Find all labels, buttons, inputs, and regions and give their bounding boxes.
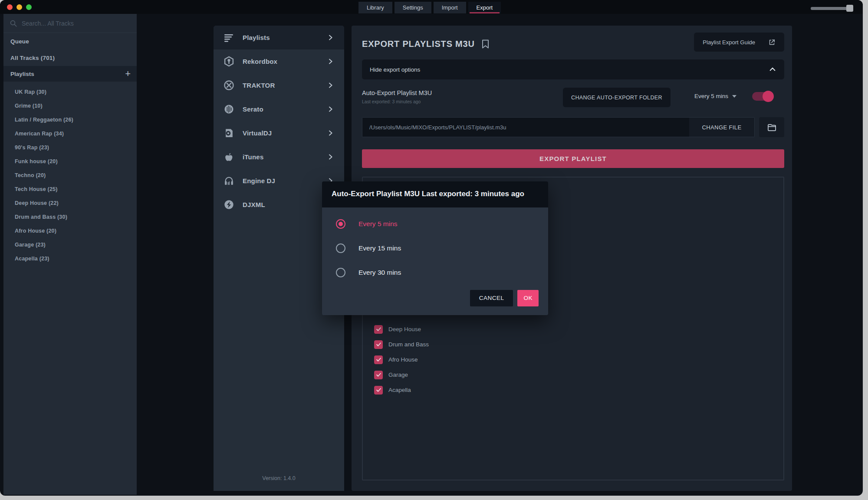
tab-import[interactable]: Import — [434, 2, 466, 13]
ok-button[interactable]: OK — [517, 290, 539, 306]
sidebar-playlist-item[interactable]: UK Rap (30) — [3, 85, 137, 99]
sidebar-playlist-item[interactable]: Drum and Bass (30) — [3, 210, 137, 224]
playlists-icon — [223, 32, 234, 43]
search-bar — [3, 14, 137, 33]
zoom-window-button[interactable] — [26, 4, 32, 10]
sidebar-playlist-item[interactable]: Latin / Reggaeton (26) — [3, 113, 137, 127]
caret-down-icon — [732, 95, 736, 98]
auto-export-toggle[interactable] — [752, 92, 772, 101]
checklist-item[interactable]: Garage — [374, 367, 429, 382]
format-item-traktor[interactable]: TRAKTOR — [214, 73, 344, 97]
chevron-right-icon — [327, 154, 334, 160]
interval-option-5[interactable]: Every 5 mins — [332, 212, 539, 236]
checklist-item-label: Afro House — [388, 356, 418, 363]
format-item-serato[interactable]: Serato — [214, 97, 344, 121]
checkbox-checked-icon[interactable] — [374, 340, 383, 349]
export-playlist-button[interactable]: EXPORT PLAYLIST — [362, 149, 784, 168]
change-auto-export-folder-button[interactable]: CHANGE AUTO-EXPORT FOLDER — [563, 88, 671, 107]
radio-unselected-icon[interactable] — [336, 243, 345, 253]
screenshot-stage: Library Settings Import Export Queue All… — [0, 0, 868, 500]
sidebar-playlist-item[interactable]: Techno (20) — [3, 168, 137, 182]
checklist-item-label: Drum and Bass — [388, 341, 429, 348]
checkbox-checked-icon[interactable] — [374, 386, 383, 395]
checklist-item[interactable]: Deep House — [374, 322, 429, 337]
sidebar-item-all-tracks[interactable]: All Tracks (701) — [3, 49, 137, 66]
checkbox-checked-icon[interactable] — [374, 325, 383, 334]
sidebar-playlist-item[interactable]: Grime (10) — [3, 99, 137, 113]
sidebar-item-queue[interactable]: Queue — [3, 33, 137, 49]
folder-icon — [767, 122, 777, 132]
tab-export[interactable]: Export — [468, 2, 501, 13]
export-file-path-input[interactable] — [362, 118, 689, 137]
page-title: EXPORT PLAYLISTS M3U — [362, 39, 475, 49]
auto-export-interval-dropdown[interactable]: Every 5 mins — [694, 93, 736, 99]
itunes-icon — [223, 151, 234, 163]
radio-selected-icon[interactable] — [336, 219, 345, 229]
format-item-playlists[interactable]: Playlists — [214, 26, 344, 49]
checkbox-checked-icon[interactable] — [374, 355, 383, 364]
sidebar-playlist-item[interactable]: Deep House (22) — [3, 196, 137, 210]
zoom-slider-knob[interactable] — [846, 5, 853, 12]
sidebar-playlist-item[interactable]: 90's Rap (23) — [3, 141, 137, 155]
sidebar-playlists-header[interactable]: Playlists + — [3, 66, 137, 82]
interval-value: Every 5 mins — [694, 93, 728, 99]
toggle-knob — [763, 91, 774, 102]
sidebar-playlists-label: Playlists — [10, 71, 34, 77]
format-item-label: DJXML — [243, 201, 319, 208]
chevron-right-icon — [327, 106, 334, 112]
enginedj-icon — [223, 175, 234, 187]
chevron-right-icon — [327, 82, 334, 89]
format-item-label: Rekordbox — [243, 58, 319, 65]
format-item-rekordbox[interactable]: Rekordbox — [214, 49, 344, 73]
chevron-right-icon — [327, 58, 334, 65]
serato-icon — [223, 104, 234, 115]
checklist-item[interactable]: Afro House — [374, 352, 429, 367]
traffic-lights — [7, 4, 32, 10]
cancel-button[interactable]: CANCEL — [470, 290, 513, 306]
sidebar-playlist-item[interactable]: Acapella (23) — [3, 252, 137, 266]
sidebar-playlist-item[interactable]: Tech House (25) — [3, 182, 137, 196]
chevron-right-icon — [327, 34, 334, 41]
search-input[interactable] — [22, 20, 131, 27]
search-icon — [10, 20, 17, 27]
format-item-label: Playlists — [243, 34, 319, 41]
radio-unselected-icon[interactable] — [336, 268, 345, 277]
interval-option-label: Every 15 mins — [358, 244, 401, 252]
bookmark-icon[interactable] — [482, 39, 489, 49]
interval-option-15[interactable]: Every 15 mins — [332, 236, 539, 260]
tab-library[interactable]: Library — [358, 2, 392, 13]
rekordbox-icon — [223, 56, 234, 67]
app-version: Version: 1.4.0 — [214, 475, 344, 481]
interval-option-30[interactable]: Every 30 mins — [332, 260, 539, 285]
hide-export-options-label: Hide export options — [370, 66, 420, 73]
sidebar-playlist-item[interactable]: Afro House (20) — [3, 224, 137, 238]
hide-export-options-toggle[interactable]: Hide export options — [362, 59, 784, 79]
export-file-row: CHANGE FILE — [362, 117, 784, 137]
change-file-button[interactable]: CHANGE FILE — [689, 118, 754, 137]
checklist-item[interactable]: Acapella — [374, 382, 429, 398]
browse-folder-button[interactable] — [759, 117, 784, 137]
minimize-window-button[interactable] — [16, 4, 22, 10]
close-window-button[interactable] — [7, 4, 13, 10]
format-item-label: iTunes — [243, 153, 319, 161]
checklist-item-label: Acapella — [388, 387, 411, 393]
add-playlist-icon[interactable]: + — [125, 69, 131, 78]
tab-settings[interactable]: Settings — [395, 2, 431, 13]
zoom-slider[interactable] — [811, 5, 854, 12]
checkbox-checked-icon[interactable] — [374, 371, 383, 379]
auto-export-interval-dialog: Auto-Export Playlist M3U Last exported: … — [322, 181, 548, 315]
sidebar-playlist-item[interactable]: American Rap (34) — [3, 127, 137, 141]
sidebar-playlist-list: UK Rap (30) Grime (10) Latin / Reggaeton… — [3, 82, 137, 266]
format-item-itunes[interactable]: iTunes — [214, 145, 344, 169]
title-bar: Library Settings Import Export — [0, 0, 863, 14]
interval-option-label: Every 5 mins — [358, 220, 398, 228]
playlist-export-guide-button[interactable]: Playlist Export Guide — [694, 33, 784, 52]
app-window: Library Settings Import Export Queue All… — [0, 0, 863, 496]
djxml-icon — [223, 199, 234, 211]
checklist-item[interactable]: Drum and Bass — [374, 337, 429, 352]
format-item-label: Serato — [243, 105, 319, 113]
sidebar-playlist-item[interactable]: Funk house (20) — [3, 155, 137, 168]
format-item-virtualdj[interactable]: VirtualDJ — [214, 121, 344, 145]
sidebar-playlist-item[interactable]: Garage (23) — [3, 238, 137, 252]
external-link-icon — [768, 39, 776, 46]
